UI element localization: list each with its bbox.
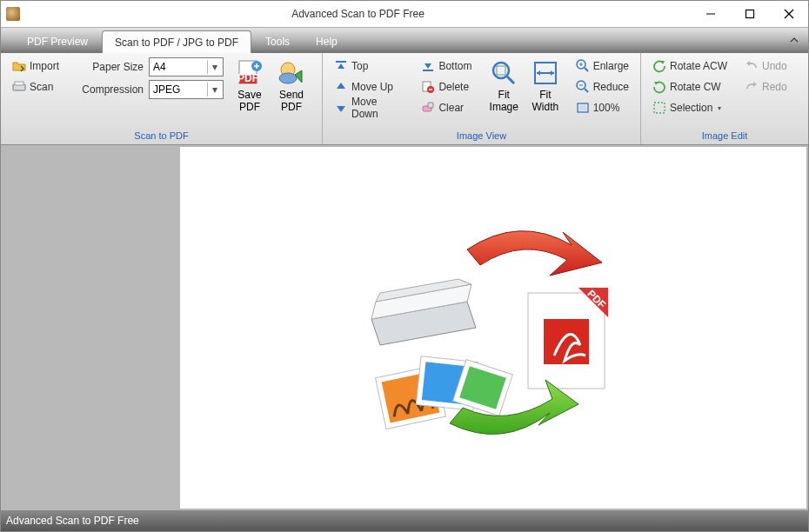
svg-line-31: [585, 68, 588, 71]
tab-tools[interactable]: Tools: [253, 30, 302, 53]
ribbon: Import Scan Paper Size A4 ▾ Compression: [1, 53, 808, 145]
redo-button[interactable]: Redo: [739, 77, 793, 96]
svg-point-11: [279, 73, 297, 83]
svg-marker-42: [746, 61, 750, 66]
svg-rect-41: [654, 103, 665, 113]
rotate-cw-button[interactable]: Rotate CW: [646, 77, 733, 96]
fit-image-label-2: Image: [490, 101, 518, 113]
close-button[interactable]: [769, 1, 808, 27]
fit-image-icon: [490, 59, 518, 87]
zoom-100-button[interactable]: 100%: [570, 98, 635, 117]
fit-width-label-1: Fit: [539, 89, 551, 101]
save-pdf-icon: PDF: [236, 59, 264, 87]
fit-image-button[interactable]: Fit Image: [483, 57, 525, 116]
svg-line-35: [585, 89, 588, 92]
move-up-label: Move Up: [351, 81, 393, 93]
send-pdf-icon: [277, 59, 305, 87]
status-text: Advanced Scan to PDF Free: [6, 515, 139, 527]
app-icon: [6, 7, 20, 21]
tab-scan-to-pdf[interactable]: Scan to PDF / JPG to PDF: [102, 30, 251, 53]
paper-size-value: A4: [153, 61, 166, 73]
svg-rect-22: [428, 103, 433, 108]
minimize-button[interactable]: [691, 1, 730, 27]
bottom-label: Bottom: [438, 60, 471, 72]
status-bar: Advanced Scan to PDF Free: [1, 510, 808, 531]
rotate-cw-label: Rotate CW: [670, 81, 721, 93]
rotate-acw-label: Rotate ACW: [670, 60, 727, 72]
tabs-row: PDF Preview Scan to PDF / JPG to PDF Too…: [1, 27, 808, 53]
tab-pdf-preview[interactable]: PDF Preview: [15, 30, 100, 53]
svg-rect-5: [15, 82, 23, 85]
enlarge-label: Enlarge: [593, 60, 629, 72]
rotate-acw-button[interactable]: Rotate ACW: [646, 57, 733, 76]
scan-button[interactable]: Scan: [6, 77, 65, 96]
clear-button[interactable]: Clear: [415, 98, 478, 117]
svg-marker-15: [337, 106, 345, 112]
move-down-button[interactable]: Move Down: [328, 98, 411, 117]
import-label: Import: [30, 60, 59, 72]
fit-width-label-2: Width: [532, 101, 558, 113]
top-icon: [334, 59, 348, 73]
save-pdf-label-1: Save: [237, 89, 261, 101]
fit-width-button[interactable]: Fit Width: [525, 57, 566, 116]
window-controls: [691, 1, 808, 27]
maximize-button[interactable]: [730, 1, 769, 27]
svg-marker-13: [338, 63, 344, 69]
zoom-100-label: 100%: [593, 102, 620, 114]
compression-combo[interactable]: JPEG ▾: [149, 80, 224, 99]
folder-import-icon: [12, 59, 26, 73]
send-pdf-label-2: PDF: [281, 101, 302, 113]
paper-size-combo[interactable]: A4 ▾: [149, 57, 224, 76]
move-down-icon: [334, 101, 348, 115]
group-scan-to-pdf: Import Scan Paper Size A4 ▾ Compression: [1, 53, 323, 144]
svg-marker-29: [551, 70, 554, 76]
bottom-button[interactable]: Bottom: [415, 57, 478, 76]
selection-button[interactable]: Selection ▾: [646, 98, 733, 117]
selection-label: Selection: [670, 102, 712, 114]
chevron-down-icon: ▾: [718, 104, 721, 112]
delete-button[interactable]: Delete: [415, 77, 478, 96]
zoom-out-icon: [576, 80, 590, 94]
bottom-icon: [421, 59, 435, 73]
group-label-edit: Image Edit: [641, 130, 808, 144]
undo-button[interactable]: Undo: [739, 57, 793, 76]
delete-icon: [421, 80, 435, 94]
delete-label: Delete: [438, 81, 469, 93]
enlarge-button[interactable]: Enlarge: [570, 57, 635, 76]
svg-marker-28: [537, 70, 540, 76]
fit-image-label-1: Fit: [498, 89, 510, 101]
reduce-button[interactable]: Reduce: [570, 77, 635, 96]
svg-marker-16: [425, 63, 431, 69]
splash-graphic: PDF: [354, 206, 632, 449]
collapse-ribbon-button[interactable]: [789, 35, 799, 48]
redo-icon: [745, 80, 759, 94]
reduce-label: Reduce: [593, 81, 629, 93]
thumbnail-sidebar: [1, 145, 180, 510]
zoom-100-icon: [576, 101, 590, 115]
group-label-view: Image View: [323, 130, 640, 144]
compression-label: Compression: [74, 83, 144, 96]
move-up-button[interactable]: Move Up: [328, 77, 411, 96]
rotate-acw-icon: [652, 59, 666, 73]
scan-label: Scan: [30, 81, 53, 93]
import-button[interactable]: Import: [6, 57, 65, 76]
clear-icon: [421, 101, 435, 115]
tab-help[interactable]: Help: [304, 30, 350, 53]
top-button[interactable]: Top: [328, 57, 411, 76]
move-up-icon: [334, 80, 348, 94]
svg-rect-38: [579, 105, 586, 110]
svg-marker-43: [753, 82, 757, 87]
group-image-view: Top Move Up Move Down Bottom: [323, 53, 641, 144]
workspace: PDF: [1, 145, 808, 510]
window-title: Advanced Scan to PDF Free: [25, 8, 691, 20]
chevron-down-icon: ▾: [207, 60, 221, 74]
save-pdf-label-2: PDF: [239, 101, 260, 113]
save-pdf-button[interactable]: PDF Save PDF: [229, 57, 271, 116]
title-bar: Advanced Scan to PDF Free: [1, 1, 808, 27]
svg-rect-1: [745, 10, 753, 18]
group-image-edit: Rotate ACW Rotate CW Selection ▾ Undo: [641, 53, 808, 144]
selection-icon: [652, 101, 666, 115]
undo-label: Undo: [762, 60, 787, 72]
svg-point-23: [493, 63, 509, 78]
send-pdf-button[interactable]: Send PDF: [271, 57, 312, 116]
